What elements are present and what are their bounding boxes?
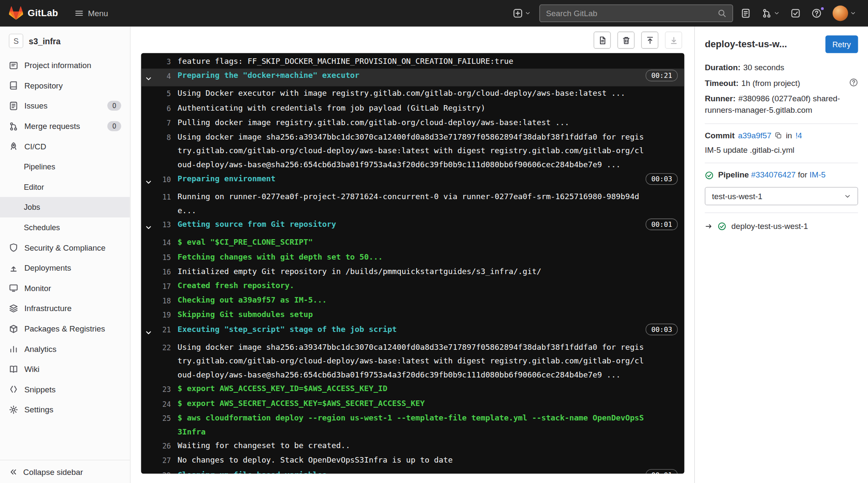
sidebar-item-wiki[interactable]: Wiki [0,359,130,380]
sidebar-item-snippets[interactable]: Snippets [0,379,130,400]
log-section-chevron-icon [146,329,151,335]
global-search-input[interactable]: Search GitLab [540,4,733,22]
line-number-link[interactable]: 13 [157,217,171,232]
erase-log-button[interactable] [617,31,634,49]
line-number-link[interactable]: 18 [157,293,171,308]
chevron-down-icon [774,11,779,16]
section-collapse-chevron[interactable] [146,217,157,235]
line-number-link[interactable]: 10 [157,172,171,186]
issues-nav-button[interactable] [737,5,754,22]
line-number-link[interactable]: 7 [157,115,171,130]
merge-requests-nav-button[interactable] [759,5,783,22]
log-line-text: Using docker image sha256:a39347bbc1dc30… [177,130,645,172]
sidebar-item-label: Deployments [24,263,71,272]
sidebar-item-analytics[interactable]: Analytics [0,339,130,359]
status-success-icon [717,222,726,231]
line-number-link[interactable]: 27 [157,453,171,468]
help-button[interactable] [808,5,825,22]
duration-row: Duration:30 seconds [705,62,858,74]
sidebar-item-infrastructure[interactable]: Infrastructure [0,298,130,319]
retry-button[interactable]: Retry [825,35,858,53]
commit-sha-link[interactable]: a39a9f57 [738,131,771,140]
line-number-link[interactable]: 17 [157,279,171,293]
line-number-link[interactable]: 25 [157,411,171,426]
section-collapse-chevron[interactable] [146,323,157,340]
line-number-link[interactable]: 29 [157,468,171,474]
monitor-icon [9,283,18,293]
sidebar-item-editor[interactable]: Editor [0,177,130,197]
section-collapse-chevron[interactable] [146,69,157,86]
shield-icon [9,243,18,252]
commit-row: Commit a39a9f57 in !4 [705,131,858,140]
raw-log-button[interactable] [594,31,611,49]
log-line-text: Executing "step_script" stage of the job… [177,323,645,337]
sidebar-item-schedules[interactable]: Schedules [0,217,130,238]
merge-request-link[interactable]: !4 [795,131,802,140]
section-collapse-chevron[interactable] [146,172,157,190]
line-number-link[interactable]: 15 [157,250,171,264]
sidebar-item-security-compliance[interactable]: Security & Compliance [0,237,130,258]
line-number-link[interactable]: 19 [157,308,171,323]
sidebar-item-issues[interactable]: Issues0 [0,96,130,116]
line-number-link[interactable]: 21 [157,323,171,337]
line-number-link[interactable]: 24 [157,397,171,411]
line-number-link[interactable]: 23 [157,382,171,397]
sidebar-item-settings[interactable]: Settings [0,400,130,420]
pipeline-link[interactable]: #334076427 [751,171,796,180]
line-number-link[interactable]: 3 [157,54,171,69]
duration-label: Duration: [705,63,740,72]
pipeline-ref-link[interactable]: IM-5 [809,171,825,180]
log-line-text: Using Docker executor with image registr… [177,86,645,100]
chev-spacer [146,54,157,58]
log-line: 18Checking out a39a9f57 as IM-5... [141,293,685,308]
sidebar-item-packages-registries[interactable]: Packages & Registries [0,319,130,339]
line-number-link[interactable]: 8 [157,130,171,145]
line-number-link[interactable]: 26 [157,439,171,453]
job-log[interactable]: 3feature flags: FF_SKIP_DOCKER_MACHINE_P… [141,53,685,474]
sidebar-item-pipelines[interactable]: Pipelines [0,157,130,177]
sidebar-item-repository[interactable]: Repository [0,76,130,96]
line-number-link[interactable]: 11 [157,190,171,204]
issues-icon [741,9,751,18]
line-number-link[interactable]: 22 [157,340,171,354]
copy-commit-sha-icon[interactable] [775,132,782,140]
line-number-link[interactable]: 4 [157,69,171,83]
todo-check-icon [791,9,800,18]
sidebar-item-project-information[interactable]: Project information [0,55,130,76]
project-context[interactable]: S s3_infra [0,26,130,55]
todos-nav-button[interactable] [787,5,804,22]
sidebar-item-label: Schedules [24,223,60,232]
sidebar-item-monitor[interactable]: Monitor [0,278,130,298]
line-number-link[interactable]: 5 [157,86,171,101]
stage-dropdown[interactable]: test-us-west-1 [705,187,858,206]
log-line: 23$ export AWS_ACCESS_KEY_ID=$AWS_ACCESS… [141,382,685,397]
section-collapse-chevron[interactable] [146,468,157,474]
gitlab-home-link[interactable]: GitLab [9,6,58,20]
infrastructure-icon [9,304,18,313]
new-dropdown-button[interactable] [509,5,534,22]
scroll-to-top-button[interactable] [641,31,658,49]
timeout-help-icon[interactable] [849,78,858,87]
current-job-row[interactable]: deploy-test-us-west-1 [705,220,858,231]
scroll-to-bottom-button[interactable] [665,31,682,49]
runner-row: Runner:#380986 (0277ea0f) shared-runners… [705,93,858,116]
collapse-sidebar-button[interactable]: Collapse sidebar [0,460,130,483]
chev-spacer [146,308,157,312]
deploy-icon [9,263,18,273]
log-section-chevron-icon [146,76,151,82]
line-number-link[interactable]: 6 [157,101,171,115]
chevron-down-icon [844,193,851,200]
sidebar-item-ci-cd[interactable]: CI/CD [0,136,130,157]
user-menu-button[interactable] [829,2,859,24]
help-icon [811,9,821,18]
sidebar-item-jobs[interactable]: Jobs [0,197,130,217]
log-line: 4Preparing the "docker+machine" executor… [141,69,685,86]
menu-button[interactable]: Menu [75,9,108,18]
sidebar-item-merge-requests[interactable]: Merge requests0 [0,116,130,137]
sidebar-item-deployments[interactable]: Deployments [0,258,130,278]
line-number-link[interactable]: 14 [157,235,171,250]
chev-spacer [146,340,157,344]
line-number-link[interactable]: 16 [157,264,171,279]
project-avatar: S [9,34,23,48]
sidebar-item-label: Security & Compliance [24,243,106,252]
